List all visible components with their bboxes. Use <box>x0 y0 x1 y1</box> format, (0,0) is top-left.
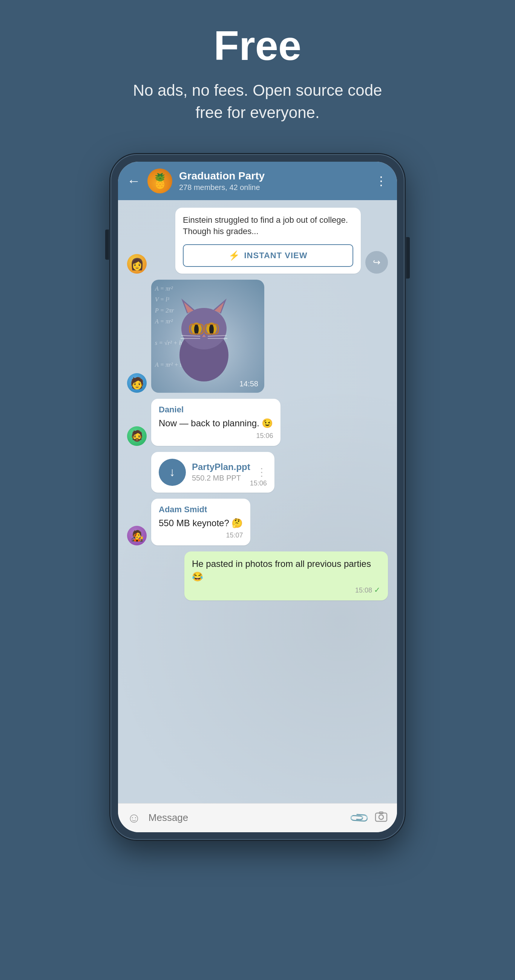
article-text: Einstein struggled to find a job out of … <box>175 208 361 245</box>
emoji-button[interactable]: ☺ <box>127 810 141 826</box>
self-time: 15:08 ✓ <box>192 585 380 594</box>
sender-daniel: Daniel <box>159 405 273 415</box>
file-name: PartyPlan.ppt <box>192 462 250 472</box>
svg-point-8 <box>194 324 199 335</box>
phone-inner: ← Graduation Party 278 members, 42 onlin… <box>118 162 397 832</box>
sticker-time: 14:58 <box>239 380 258 388</box>
header-info: Graduation Party 278 members, 42 online <box>179 170 368 192</box>
file-msg-row: ↓ PartyPlan.ppt 550.2 MB PPT ⋮ 15:06 <box>127 452 388 493</box>
file-bubble: ↓ PartyPlan.ppt 550.2 MB PPT ⋮ 15:06 <box>151 452 274 493</box>
hero-title: Free <box>214 22 301 68</box>
daniel-bubble: Daniel Now — back to planning. 😉 15:06 <box>151 399 281 446</box>
chat-header: ← Graduation Party 278 members, 42 onlin… <box>118 162 397 200</box>
camera-button[interactable] <box>375 810 388 826</box>
group-name: Graduation Party <box>179 170 368 182</box>
message-input[interactable] <box>148 812 343 824</box>
avatar-guy2: 🧔 <box>127 426 147 446</box>
file-time: 15:06 <box>250 479 267 487</box>
phone-frame: ← Graduation Party 278 members, 42 onlin… <box>110 154 405 840</box>
sticker-bubble: A = πr²V = l³P = 2πrA = πr²s = √r² + h²A… <box>151 280 264 393</box>
page-wrapper: Free No ads, no fees. Open source code f… <box>0 22 515 840</box>
daniel-time: 15:06 <box>159 432 273 440</box>
file-menu-button[interactable]: ⋮ <box>257 466 267 478</box>
back-button[interactable]: ← <box>127 173 140 189</box>
instant-view-label: INSTANT VIEW <box>244 251 307 261</box>
avatar-adam: 🧑‍🎤 <box>127 526 147 546</box>
header-menu-button[interactable]: ⋮ <box>375 174 388 188</box>
chat-input-bar: ☺ 📎 <box>118 803 397 832</box>
avatar-guy1: 🧑 <box>127 373 147 393</box>
share-icon: ↪ <box>373 257 380 267</box>
avatar-girl: 👩 <box>127 254 147 274</box>
self-msg-row: He pasted in photos from all previous pa… <box>127 551 388 600</box>
svg-rect-18 <box>376 813 387 821</box>
self-bubble: He pasted in photos from all previous pa… <box>184 551 388 600</box>
msg-row: 👩 Einstein struggled to find a job out o… <box>127 208 388 274</box>
daniel-text: Now — back to planning. 😉 <box>159 417 273 430</box>
download-icon: ↓ <box>169 465 175 479</box>
self-text: He pasted in photos from all previous pa… <box>192 557 380 583</box>
sender-adam: Adam Smidt <box>159 505 243 514</box>
share-button[interactable]: ↪ <box>365 251 388 274</box>
download-button[interactable]: ↓ <box>159 459 186 486</box>
hero-subtitle: No ads, no fees. Open source code free f… <box>126 80 389 124</box>
sticker-row: 🧑 A = πr²V = l³P = 2πrA = πr²s = √r² + h… <box>127 280 388 393</box>
adam-bubble: Adam Smidt 550 MB keynote? 🤔 15:07 <box>151 499 250 546</box>
adam-time: 15:07 <box>159 531 243 539</box>
article-bubble: Einstein struggled to find a job out of … <box>175 208 361 274</box>
group-status: 278 members, 42 online <box>179 183 368 192</box>
svg-point-9 <box>209 324 214 335</box>
adam-msg-row: 🧑‍🎤 Adam Smidt 550 MB keynote? 🤔 15:07 <box>127 499 388 546</box>
svg-point-19 <box>379 815 383 819</box>
attach-button[interactable]: 📎 <box>348 807 370 829</box>
cat-sticker <box>166 291 242 385</box>
group-avatar <box>147 169 172 193</box>
file-info: PartyPlan.ppt 550.2 MB PPT <box>192 462 250 482</box>
file-size: 550.2 MB PPT <box>192 474 250 482</box>
instant-view-button[interactable]: ⚡ INSTANT VIEW <box>183 244 353 267</box>
lightning-icon: ⚡ <box>228 250 240 261</box>
chat-body: 👩 Einstein struggled to find a job out o… <box>118 200 397 803</box>
adam-text: 550 MB keynote? 🤔 <box>159 517 243 530</box>
daniel-msg-row: 🧔 Daniel Now — back to planning. 😉 15:06 <box>127 399 388 446</box>
read-check-icon: ✓ <box>374 586 380 594</box>
